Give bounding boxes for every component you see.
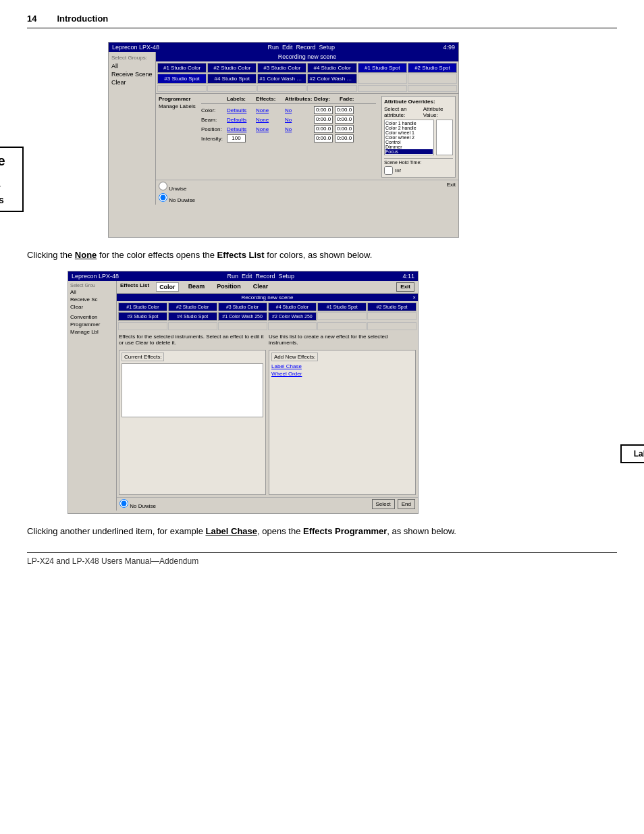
annotation-none-text: None xyxy=(0,152,17,170)
ss2-group-4[interactable]: #4 Studio Color xyxy=(268,303,317,311)
ss1-pos-attr-link[interactable]: No xyxy=(285,126,292,132)
ss1-attr-control[interactable]: Control xyxy=(385,140,433,145)
ss2-group-6[interactable]: #2 Studio Spot xyxy=(367,303,417,311)
ss1-beam-fade[interactable]: 0:00.0 xyxy=(335,115,354,124)
ss1-beam-effects-link[interactable]: None xyxy=(256,117,269,123)
ss1-group-grid: #1 Studio Color #2 Studio Color #3 Studi… xyxy=(156,61,458,85)
ss2-select-btn[interactable]: Select xyxy=(372,499,395,509)
ss2-titlebar: Leprecon LPX-48 Run Edit Record Setup 4:… xyxy=(68,271,418,281)
ss2-menu-record[interactable]: Record xyxy=(256,273,275,280)
ss1-pos-delay[interactable]: 0:00.0 xyxy=(314,125,333,133)
ss1-intensity-input[interactable]: 100 xyxy=(227,134,246,142)
ss1-attr-dimmer[interactable]: Dimmer xyxy=(385,145,433,149)
ss2-group-2[interactable]: #2 Studio Color xyxy=(168,303,217,311)
ss1-attr-focus[interactable]: Focus xyxy=(385,149,433,154)
ss1-color-fade[interactable]: 0:00.0 xyxy=(335,106,354,114)
ss1-menu-setup[interactable]: Setup xyxy=(319,44,336,51)
ss1-attr-color2[interactable]: Color 2 handle xyxy=(385,126,433,130)
ss1-left-panel: Select Groups: All Receive Scene Clear xyxy=(109,52,156,205)
ss1-beam-delay[interactable]: 0:00.0 xyxy=(314,115,333,124)
ss2-end-btn[interactable]: End xyxy=(398,499,415,509)
ss2-all[interactable]: All xyxy=(70,289,114,295)
ss1-pos-label-link[interactable]: Defaults xyxy=(227,126,246,132)
ss1-pos-effects-link[interactable]: None xyxy=(256,126,269,132)
ss2-tab-beam[interactable]: Beam xyxy=(186,282,208,292)
ss1-row-int-name: Intensity: xyxy=(201,136,225,142)
body-text-1: Clicking the None for the color effects … xyxy=(27,249,617,263)
ss1-beam-label-link[interactable]: Defaults xyxy=(227,117,246,123)
ss2-time: 4:11 xyxy=(402,273,414,280)
ss2-menu-run[interactable]: Run xyxy=(227,273,238,280)
ss2-group-5[interactable]: #1 Studio Spot xyxy=(317,303,367,311)
ss2-close-x[interactable]: × xyxy=(412,294,416,301)
ss1-group-2[interactable]: #2 Studio Color xyxy=(207,63,257,73)
ss1-int-fade[interactable]: 0:00.0 xyxy=(335,134,354,142)
ss1-all-button[interactable]: All xyxy=(111,63,153,70)
body-text-2: Clicking another underlined item, for ex… xyxy=(27,525,617,539)
ss2-e5 xyxy=(317,322,367,330)
ss2-effect-link-2[interactable]: Wheel Order xyxy=(271,371,413,377)
ss2-programmer[interactable]: Programmer xyxy=(70,321,114,328)
ss2-tab-position[interactable]: Position xyxy=(214,282,244,292)
ss1-group-5[interactable]: #1 Studio Spot xyxy=(358,63,407,73)
ss2-effect-link-1[interactable]: Label Chase xyxy=(271,363,413,369)
ss2-radio-noduwise[interactable]: No Duwise xyxy=(119,499,156,509)
ss1-attr-value-input[interactable] xyxy=(436,120,453,155)
ss1-group-1[interactable]: #1 Studio Color xyxy=(157,63,207,73)
ss1-attr-list[interactable]: Color 1 handle Color 2 handle Color whee… xyxy=(384,120,434,155)
ss1-color-delay[interactable]: 0:00.0 xyxy=(314,106,333,114)
ss1-group-9[interactable]: #1 Color Wash 250 xyxy=(257,74,306,84)
ss2-effects-list-bar: Effects List Color Beam Position Clear E… xyxy=(117,281,418,294)
ss2-menu-edit[interactable]: Edit xyxy=(242,273,252,280)
ss1-group-6[interactable]: #2 Studio Spot xyxy=(408,63,457,73)
ss1-color-effects-link[interactable]: None xyxy=(256,107,269,113)
ss1-group-10[interactable]: #2 Color Wash 250 xyxy=(307,74,356,84)
ss2-current-effects-label: Current Effects: xyxy=(122,353,164,361)
ss2-group-1[interactable]: #1 Studio Color xyxy=(118,303,167,311)
ss1-exit-button[interactable]: Exit xyxy=(447,182,456,203)
ss2-group-8[interactable]: #4 Studio Spot xyxy=(168,312,217,321)
ss2-group-9[interactable]: #1 Color Wash 250 xyxy=(218,312,267,321)
ss1-empty-row-6 xyxy=(408,85,457,92)
ss1-attr-color1[interactable]: Color 1 handle xyxy=(385,121,433,126)
ss1-radio-unwise[interactable]: Unwise xyxy=(159,182,195,192)
ss2-group-3[interactable]: #3 Studio Color xyxy=(218,303,267,311)
ss1-group-8[interactable]: #4 Studio Spot xyxy=(207,74,257,84)
ss1-empty-row-1 xyxy=(157,85,207,92)
ss1-attr-colorw2[interactable]: Color wheel 2 xyxy=(385,135,433,140)
ss2-manage-lbl[interactable]: Manage Lbl xyxy=(70,329,114,335)
ss1-menu-record[interactable]: Record xyxy=(296,44,316,51)
ss2-add-effects-label: Add New Effects: xyxy=(271,353,318,361)
ss1-clear-button[interactable]: Clear xyxy=(111,79,153,86)
ss1-int-delay[interactable]: 0:00.0 xyxy=(314,134,333,142)
ss1-row-beam-name: Beam: xyxy=(201,117,225,123)
ss2-receive-sc[interactable]: Receive Sc xyxy=(70,296,114,303)
ss1-pos-fade[interactable]: 0:00.0 xyxy=(335,125,354,133)
ss1-group-3[interactable]: #3 Studio Color xyxy=(257,63,306,73)
ss1-radio-noduwise[interactable]: No Duwise xyxy=(159,193,195,203)
ss2-group-7[interactable]: #3 Studio Spot xyxy=(118,312,167,321)
ss1-main-area: Recording new scene #1 Studio Color #2 S… xyxy=(156,52,458,205)
ss2-left-desc: Effects for the selected instruments. Se… xyxy=(119,334,266,346)
ss2-exit-button[interactable]: Exit xyxy=(396,282,414,292)
ss2-clear[interactable]: Clear xyxy=(70,304,114,310)
ss1-beam-attr-link[interactable]: No xyxy=(285,117,292,123)
ss2-menu-setup[interactable]: Setup xyxy=(279,273,295,280)
ss2-tab-clear[interactable]: Clear xyxy=(250,282,271,292)
ss2-tab-color[interactable]: Color xyxy=(156,282,179,292)
ss1-col-delay: Delay: xyxy=(314,96,338,102)
ss1-inf-checkbox[interactable] xyxy=(384,166,393,175)
ss1-menu-run[interactable]: Run xyxy=(267,44,279,51)
ss1-menu-edit[interactable]: Edit xyxy=(282,44,293,51)
ss2-group-10[interactable]: #2 Color Wash 250 xyxy=(268,312,317,321)
ss1-attr-colorw1[interactable]: Color wheel 1 xyxy=(385,130,433,135)
ss1-color-label-link[interactable]: Defaults xyxy=(227,107,246,113)
ss1-color-attr-link[interactable]: No xyxy=(285,107,292,113)
ss2-current-effects-list[interactable] xyxy=(122,363,263,417)
ss1-col-spacer xyxy=(201,96,225,102)
ss1-manage-labels[interactable]: Manage Labels xyxy=(159,103,196,109)
ss1-programmer-label: Programmer xyxy=(159,96,196,102)
ss1-group-7[interactable]: #3 Studio Spot xyxy=(157,74,207,84)
ss1-group-4[interactable]: #4 Studio Color xyxy=(307,63,356,73)
ss1-receive-scene[interactable]: Receive Scene xyxy=(111,71,153,78)
